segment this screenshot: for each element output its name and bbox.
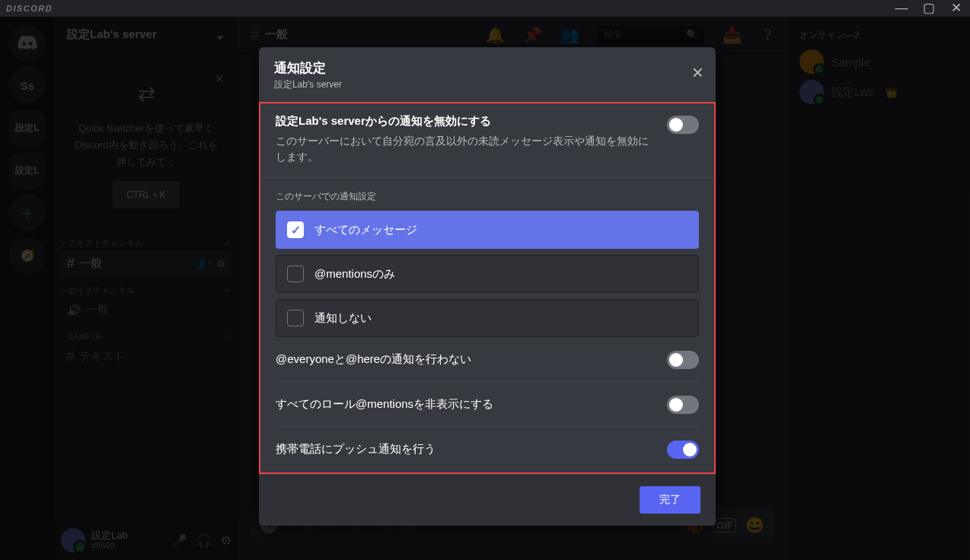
window-minimize-icon[interactable]: — xyxy=(891,1,912,16)
modal-subtitle: 設定Lab's server xyxy=(274,78,700,91)
close-icon[interactable]: × xyxy=(692,62,704,82)
mute-server-desc: このサーバーにおいて自分宛の言及以外の未読メッセージ表示や通知を無効にします。 xyxy=(276,133,655,165)
option-mentions-only[interactable]: @mentionsのみ xyxy=(276,255,699,293)
option-label: @mentionsのみ xyxy=(314,267,395,282)
push-mobile-label: 携帯電話にプッシュ通知を行う xyxy=(276,442,436,457)
window-maximize-icon[interactable]: ▢ xyxy=(918,1,940,16)
suppress-roles-toggle[interactable] xyxy=(667,396,699,414)
push-mobile-toggle[interactable] xyxy=(667,441,699,459)
option-nothing[interactable]: 通知しない xyxy=(276,299,699,337)
checkbox-icon xyxy=(287,310,304,326)
suppress-roles-label: すべてのロール@mentionsを非表示にする xyxy=(276,397,493,412)
option-label: 通知しない xyxy=(314,311,372,326)
notification-section-label: このサーバでの通知設定 xyxy=(276,190,699,203)
notification-settings-modal: 通知設定 設定Lab's server × 設定Lab's serverからの通… xyxy=(259,47,716,526)
checkbox-icon xyxy=(287,266,304,282)
suppress-everyone-label: @everyoneと@hereの通知を行わない xyxy=(276,352,471,367)
done-button[interactable]: 完了 xyxy=(640,486,700,514)
modal-title: 通知設定 xyxy=(274,59,700,77)
mute-server-title: 設定Lab's serverからの通知を無効にする xyxy=(276,114,655,129)
window-close-icon[interactable]: ✕ xyxy=(946,1,967,16)
mute-server-toggle[interactable] xyxy=(667,116,699,134)
checkbox-icon: ✓ xyxy=(287,221,304,238)
suppress-everyone-toggle[interactable] xyxy=(667,351,699,369)
app-brand: DISCORD xyxy=(6,4,53,13)
option-all-messages[interactable]: ✓ すべてのメッセージ xyxy=(276,211,699,249)
option-label: すべてのメッセージ xyxy=(314,223,417,237)
